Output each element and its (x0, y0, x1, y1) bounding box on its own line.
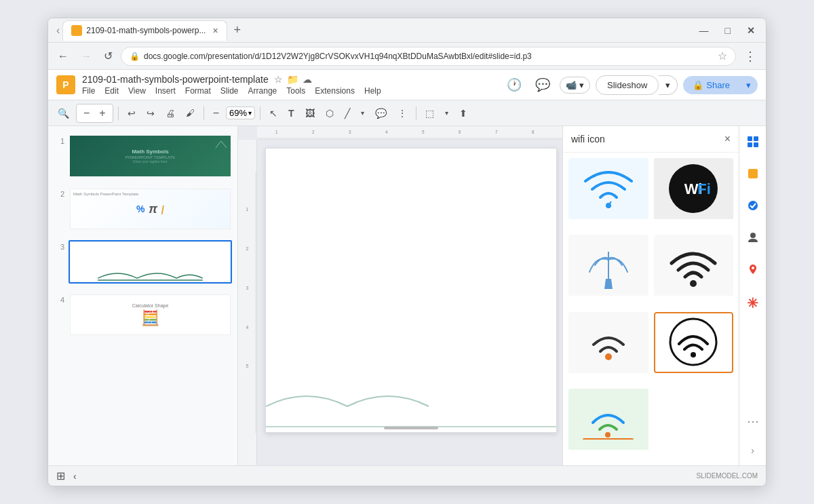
redo-btn[interactable]: ↪ (142, 106, 159, 121)
cursor-btn[interactable]: ↖ (265, 106, 282, 121)
expand-sidebar-icon[interactable]: › (747, 441, 758, 460)
slide-number-4: 4 (54, 293, 64, 304)
svg-point-28 (670, 319, 716, 365)
person-sidebar-icon[interactable] (743, 227, 763, 251)
new-tab-button[interactable]: + (230, 23, 246, 37)
svg-rect-32 (748, 136, 752, 141)
canvas-area[interactable]: 1 2 3 4 5 6 7 8 1 2 3 4 (238, 126, 562, 465)
svg-text:8: 8 (532, 130, 535, 134)
shapes-btn[interactable]: ⬡ (322, 106, 338, 121)
zoom-value-group[interactable]: 69% ▾ (226, 106, 255, 119)
maximize-button[interactable]: □ (720, 22, 736, 39)
line-btn[interactable]: ╱ (341, 106, 354, 121)
bottom-bar: ⊞ ‹ SLIDEMODEL.COM (48, 465, 766, 486)
slide-item-3[interactable]: 3 (48, 237, 237, 286)
menu-edit[interactable]: Edit (104, 86, 119, 96)
svg-text:5: 5 (246, 364, 249, 368)
expand-btn[interactable]: ⬆ (455, 106, 471, 121)
svg-text:1: 1 (275, 130, 278, 134)
tab-close-btn[interactable]: × (212, 25, 218, 36)
menu-help[interactable]: Help (364, 86, 381, 96)
slideshow-dropdown-button[interactable]: ▾ (659, 75, 678, 95)
slide-thumb-2[interactable]: % π | Math Symbols PowerPoint Template (69, 187, 232, 231)
slide-thumb-3[interactable] (69, 240, 232, 284)
forward-button[interactable]: → (77, 47, 96, 65)
browser-back-btn[interactable]: ‹ (54, 23, 62, 38)
browser-more-button[interactable]: ⋮ (740, 46, 760, 66)
background-dropdown[interactable]: ▾ (441, 107, 452, 119)
line-dropdown[interactable]: ▾ (357, 107, 368, 119)
search-toolbar-btn[interactable]: 🔍 (54, 106, 73, 121)
image-btn[interactable]: 🖼 (301, 106, 319, 121)
watermark: SLIDEMODEL.COM (696, 472, 758, 480)
comment-btn[interactable]: 💬 (371, 106, 391, 121)
search-result-1[interactable] (568, 158, 648, 229)
grid-sidebar-icon[interactable] (743, 132, 763, 155)
text-btn[interactable]: T (284, 106, 298, 121)
svg-text:1: 1 (246, 207, 249, 212)
zoom-dropdown-icon[interactable]: ▾ (248, 109, 252, 117)
background-btn[interactable]: ⬚ (421, 106, 438, 121)
search-result-7[interactable] (568, 389, 648, 460)
slide-item-2[interactable]: 2 % π | Math Symbols PowerPoint Template (48, 185, 237, 233)
folder-icon[interactable]: 📁 (287, 74, 298, 85)
star-icon[interactable]: ☆ (274, 74, 283, 85)
menu-insert[interactable]: Insert (155, 86, 176, 96)
menu-format[interactable]: Format (185, 86, 211, 96)
wifi-image-6 (654, 312, 734, 373)
menu-extensions[interactable]: Extensions (315, 86, 355, 96)
more-sidebar-icon[interactable]: ⋯ (743, 410, 763, 433)
minimize-button[interactable]: — (694, 22, 714, 39)
back-button[interactable]: ← (54, 47, 73, 65)
collapse-panel-button[interactable]: ‹ (73, 471, 77, 482)
zoom-minus-btn[interactable]: − (209, 105, 223, 121)
menu-slide[interactable]: Slide (220, 86, 239, 96)
search-input[interactable] (571, 134, 719, 144)
meet-button[interactable]: 📹 ▾ (560, 77, 590, 94)
reload-button[interactable]: ↺ (100, 47, 117, 65)
url-bar[interactable]: 🔒 docs.google.com/presentation/d/1D12V2W… (121, 47, 736, 66)
close-button[interactable]: ✕ (741, 22, 760, 39)
share-dropdown-button[interactable]: ▾ (739, 76, 758, 94)
more-tools-btn[interactable]: ⋮ (393, 106, 411, 121)
search-result-6[interactable] (654, 312, 734, 383)
zoom-out-btn[interactable]: − (79, 105, 94, 121)
search-close-button[interactable]: × (724, 133, 731, 145)
slide-item-1[interactable]: 1 Math Symbols POWERPOINT TEMPLATE Enter… (48, 132, 237, 180)
check-sidebar-icon[interactable] (743, 195, 763, 219)
slide-thumb-4[interactable]: Calculator Shape 🧮 (69, 293, 232, 336)
bookmark-button[interactable]: ☆ (718, 50, 727, 62)
slide-item-4[interactable]: 4 Calculator Shape 🧮 (48, 290, 237, 339)
history-button[interactable]: 🕐 (503, 75, 526, 95)
search-panel: × (562, 126, 739, 465)
asterisk-sidebar-icon[interactable]: ✳ (743, 291, 762, 315)
menu-tools[interactable]: Tools (286, 86, 305, 96)
slideshow-button[interactable]: Slideshow (596, 75, 659, 95)
undo-btn[interactable]: ↩ (123, 106, 140, 121)
search-result-3[interactable] (568, 235, 648, 306)
map-sidebar-icon[interactable] (743, 259, 763, 283)
print-btn[interactable]: 🖨 (161, 106, 179, 121)
svg-rect-36 (748, 169, 758, 178)
share-button[interactable]: 🔒 Share (683, 76, 739, 94)
slide-thumb-1[interactable]: Math Symbols POWERPOINT TEMPLATE Enter y… (69, 134, 232, 178)
active-tab[interactable]: 2109-01-math-symbols-powerp... × (62, 20, 227, 41)
tab-favicon (71, 25, 82, 36)
star-sidebar-icon[interactable] (743, 163, 763, 187)
svg-point-20 (606, 203, 611, 208)
cloud-icon[interactable]: ☁ (303, 74, 312, 85)
menu-arrange[interactable]: Arrange (248, 86, 277, 96)
search-result-4[interactable] (654, 235, 734, 306)
menu-file[interactable]: File (82, 86, 95, 96)
comments-button[interactable]: 💬 (531, 75, 554, 95)
search-result-5[interactable] (568, 312, 648, 383)
paint-format-btn[interactable]: 🖌 (182, 106, 199, 120)
menu-view[interactable]: View (128, 86, 146, 96)
slide-canvas[interactable] (265, 148, 557, 433)
grid-view-button[interactable]: ⊞ (56, 469, 65, 482)
zoom-in-btn[interactable]: + (95, 105, 109, 121)
search-result-2[interactable]: Wi Fi (654, 158, 734, 229)
slide-number-1: 1 (54, 134, 64, 145)
svg-point-29 (691, 352, 696, 357)
horizontal-scrollbar[interactable] (384, 427, 438, 429)
